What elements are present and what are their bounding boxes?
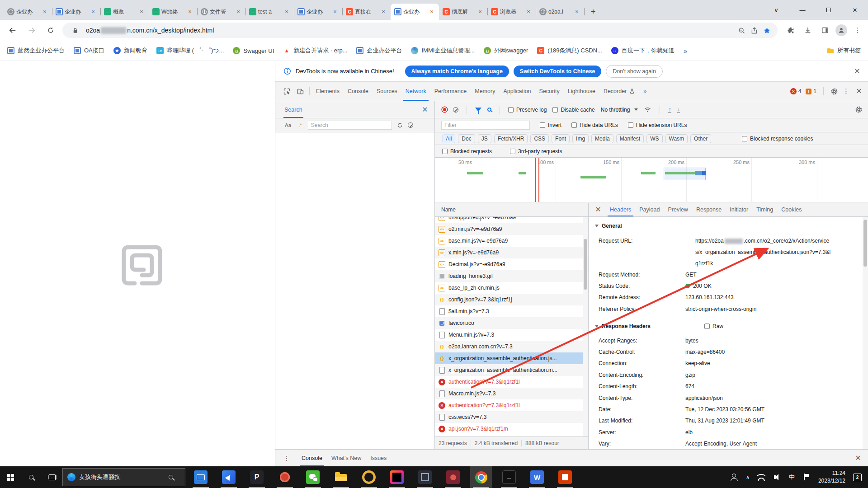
details-tab[interactable]: Cookies — [777, 203, 806, 216]
request-type-chip[interactable]: JS — [478, 134, 491, 143]
hide-extension-urls-checkbox[interactable]: Hide extension URLs — [628, 122, 687, 128]
details-tab[interactable]: Preview — [664, 203, 692, 216]
bookmark-item[interactable]: Swagger UI — [233, 47, 274, 54]
drawer-tab[interactable]: What's New — [327, 450, 366, 466]
blocked-response-cookies-checkbox[interactable]: Blocked response cookies — [742, 136, 813, 142]
taskbar-search-box[interactable] — [62, 468, 185, 486]
dont-show-again-button[interactable]: Don't show again — [606, 65, 663, 78]
task-view-icon[interactable] — [42, 466, 62, 488]
request-row[interactable]: base.min.js?v=-e9d76a9 — [435, 235, 588, 247]
taskbar-clock[interactable]: 11:24 2023/12/12 — [818, 469, 845, 485]
hide-data-urls-checkbox[interactable]: Hide data URLs — [571, 122, 618, 128]
request-row[interactable]: base_lp_zh-cn.min.js — [435, 282, 588, 294]
browser-tab[interactable]: 概览 - × — [100, 4, 149, 20]
search-input[interactable] — [308, 121, 392, 130]
bookmark-item[interactable]: (189条消息) CSDN... — [537, 47, 602, 55]
third-party-requests-checkbox[interactable]: 3rd-party requests — [510, 148, 562, 155]
profile-avatar[interactable] — [835, 24, 847, 36]
blocked-requests-checkbox[interactable]: Blocked requests — [442, 148, 492, 155]
all-bookmarks-button[interactable]: 所有书签 — [827, 47, 861, 55]
taskbar-app-icon[interactable] — [190, 466, 212, 488]
scrollbar-thumb[interactable] — [584, 239, 587, 290]
notification-center-icon[interactable]: 2 — [853, 474, 862, 481]
taskbar-app-icon[interactable] — [330, 466, 352, 488]
search-refresh-icon[interactable] — [396, 122, 403, 129]
request-row[interactable]: Menu.min.js?v=7.3 — [435, 329, 588, 341]
details-tab[interactable]: Response — [692, 203, 726, 216]
network-tray-icon[interactable] — [757, 473, 765, 481]
requests-scrollbar[interactable] — [583, 217, 588, 436]
tab-close-icon[interactable]: × — [428, 8, 435, 15]
export-har-icon[interactable]: ↓ — [677, 106, 680, 113]
record-network-log-button[interactable] — [442, 107, 447, 112]
taskbar-app-icon[interactable] — [274, 466, 296, 488]
language-flag-icon[interactable] — [802, 473, 811, 481]
request-row[interactable]: authentication?v=7.3&lq1rzf1l — [435, 376, 588, 388]
request-type-chip[interactable]: Media — [591, 134, 613, 143]
details-tab[interactable]: Headers — [606, 203, 635, 216]
taskbar-app-icon[interactable] — [358, 466, 380, 488]
request-row[interactable]: o2.min.js?v=-e9d76a9 — [435, 223, 588, 235]
taskbar-app-icon[interactable] — [218, 466, 240, 488]
match-case-toggle[interactable]: Aa — [283, 122, 292, 129]
bookmarks-overflow-chevron[interactable]: » — [684, 47, 687, 55]
tab-close-icon[interactable]: × — [235, 8, 242, 15]
devtools-tab[interactable]: Security — [535, 82, 564, 101]
request-type-chip[interactable]: Img — [572, 134, 589, 143]
tab-close-icon[interactable]: × — [41, 8, 48, 15]
details-tab[interactable]: Timing — [752, 203, 777, 216]
browser-menu-icon[interactable]: ⋮ — [851, 23, 864, 37]
request-row[interactable]: loading_home3.gif — [435, 270, 588, 282]
search-clear-icon[interactable] — [408, 122, 413, 128]
request-type-chip[interactable]: All — [442, 134, 455, 143]
scrollbar-thumb[interactable] — [863, 220, 867, 267]
request-type-chip[interactable]: Font — [552, 134, 570, 143]
request-row[interactable]: Decimal.js?v=-e9d76a9 — [435, 258, 588, 270]
regex-toggle[interactable]: .* — [297, 122, 303, 129]
browser-tab[interactable]: 浏览器 × — [487, 4, 536, 20]
request-row[interactable]: config.json?v=7.3&lq1rzf1j — [435, 294, 588, 305]
devtools-settings-gear-icon[interactable] — [830, 88, 838, 95]
request-type-chip[interactable]: Doc — [458, 134, 475, 143]
request-type-chip[interactable]: CSS — [530, 134, 549, 143]
browser-tab[interactable]: Web终 × — [149, 4, 197, 20]
request-row[interactable]: x_organization_assemble_authentication.j… — [435, 352, 588, 364]
side-panel-icon[interactable] — [818, 23, 832, 37]
request-row[interactable]: Macro.min.js?v=7.3 — [435, 388, 588, 399]
clear-network-log-icon[interactable] — [453, 107, 458, 113]
browser-tab[interactable]: 企业办 × — [4, 4, 52, 20]
tab-close-icon[interactable]: × — [90, 8, 97, 15]
back-button[interactable] — [6, 24, 19, 37]
taskbar-app-icon[interactable] — [470, 466, 492, 488]
requests-table-header[interactable]: Name — [435, 203, 588, 217]
devtools-tab[interactable]: Console — [344, 82, 373, 101]
lock-icon[interactable] — [69, 24, 81, 37]
request-row[interactable]: o2oa.lanran.com.cn?v=7.3 — [435, 341, 588, 352]
tab-close-icon[interactable]: × — [186, 8, 193, 15]
devtools-tab[interactable]: Recorder — [599, 82, 639, 101]
request-row[interactable]: unsupported.js?v=-e9d76a9 — [435, 217, 588, 223]
browser-tab[interactable]: test-a × — [245, 4, 294, 20]
request-type-chip[interactable]: Wasm — [665, 134, 688, 143]
browser-tab[interactable]: 企业办 × — [52, 4, 100, 20]
always-match-language-button[interactable]: Always match Chrome's language — [405, 66, 509, 77]
devtools-close-icon[interactable]: ✕ — [854, 86, 864, 96]
reload-button[interactable] — [44, 24, 57, 37]
bookmark-item[interactable]: 企业办公平台 — [356, 47, 402, 55]
drawer-menu-icon[interactable]: ⋮ — [283, 455, 290, 462]
downloads-icon[interactable] — [801, 23, 815, 37]
more-tabs-button[interactable]: » — [639, 82, 651, 101]
drawer-tab[interactable]: Issues — [366, 450, 391, 466]
taskbar-app-icon[interactable] — [302, 466, 324, 488]
throttling-dropdown[interactable]: No throttling — [601, 107, 638, 113]
volume-tray-icon[interactable] — [773, 473, 781, 481]
share-icon[interactable] — [748, 24, 760, 37]
devtools-tab[interactable]: Performance — [430, 82, 471, 101]
taskbar-app-icon[interactable] — [526, 466, 548, 488]
network-settings-gear-icon[interactable] — [855, 106, 863, 113]
request-type-chip[interactable]: Fetch/XHR — [494, 134, 528, 143]
address-bar[interactable]: o2oa n.com.cn/x_desktop/index.html — [62, 23, 778, 38]
taskbar-search-input[interactable] — [79, 474, 165, 481]
devtools-tab[interactable]: Lighthouse — [564, 82, 599, 101]
infobar-close-icon[interactable]: ✕ — [852, 66, 862, 76]
